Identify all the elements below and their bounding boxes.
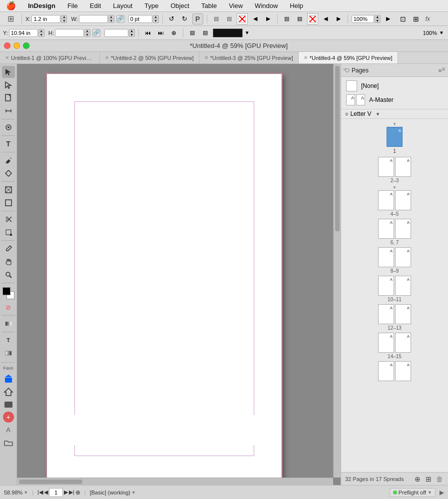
minimize-button[interactable] [13,42,20,49]
angle-input[interactable] [128,15,152,23]
tab-untitled2[interactable]: ✕ *Untitled-2 @ 50% [GPU Preview] [100,52,199,63]
page-12-thumb[interactable]: A [378,304,394,324]
style-dropdown[interactable]: [Basic] (working) ▼ [90,490,136,496]
fav-dropbox[interactable] [2,373,15,385]
stroke-swatch-dropdown[interactable]: ▼ [244,27,251,38]
menu-help[interactable]: Help [288,1,305,10]
zoom-display-dropdown[interactable]: ▼ [438,27,445,38]
preflight-btn[interactable]: Preflight off ▼ [390,488,436,497]
spread-2-3[interactable]: A A 2–3 [341,157,448,183]
gradient-feather-tool[interactable] [2,318,15,330]
zoom-tool[interactable] [2,269,15,281]
page-5-thumb[interactable]: A [395,190,411,210]
scissors-tool[interactable] [2,213,15,225]
redo-btn[interactable]: ↻ [179,13,190,24]
page-1-thumb[interactable]: A [387,127,403,147]
page-14-thumb[interactable]: A [378,333,394,353]
close-tab-4[interactable]: ✕ [304,55,308,60]
content-tool[interactable] [2,121,15,133]
eyedropper-tool[interactable] [2,243,15,255]
footer-spread-icon[interactable]: ⊞ [424,475,433,484]
page-prev-btn[interactable]: ◀ [44,489,48,496]
page-2-thumb[interactable]: A [378,157,394,177]
menu-view[interactable]: View [227,1,245,10]
canvas-area[interactable] [17,64,341,485]
shear-spin-up[interactable]: ▲ [129,29,135,33]
page-set-dropdown[interactable]: ≡ Letter V ▼ [341,109,448,119]
none-master-box[interactable] [346,80,357,91]
angle-spin-down[interactable]: ▼ [153,19,159,23]
nav-left-btn[interactable]: ◀ [250,13,261,24]
spread-6-7[interactable]: A A 6, 7 [341,219,448,245]
tab-untitled1[interactable]: ✕ Untitled-1 @ 100% [GPU Preview] [0,52,100,63]
menu-window[interactable]: Window [253,1,280,10]
h-input[interactable] [55,29,84,37]
menu-table[interactable]: Table [199,1,219,10]
text-tool[interactable]: T [2,138,15,150]
pencil-tool[interactable] [2,154,15,166]
select-tool[interactable] [2,66,15,78]
stroke-swatch-tool[interactable] [2,287,10,295]
shear-input[interactable] [104,29,128,37]
close-tab-1[interactable]: ✕ [5,55,9,60]
page-4-thumb[interactable]: A [378,190,394,210]
x-spin-down[interactable]: ▼ [61,19,67,23]
h-spin-down[interactable]: ▼ [84,33,90,37]
gradient-swatch-tool[interactable] [2,347,15,359]
page-11-thumb[interactable]: A [395,276,411,296]
zoom-dropdown-btn[interactable]: ▶ [383,13,394,24]
menu-file[interactable]: File [65,1,80,10]
page-3-thumb[interactable]: A [395,157,411,177]
page-13-thumb[interactable]: A [395,304,411,324]
spread-8-9[interactable]: A A 8–9 [341,247,448,274]
fx-btn[interactable]: fx [424,15,432,22]
tab-untitled4[interactable]: ✕ *Untitled-4 @ 59% [GPU Preview] [299,52,398,63]
shear-spin-down[interactable]: ▼ [129,33,135,37]
h-constrain-btn[interactable]: 🔗 [92,29,100,37]
page-7-thumb[interactable]: A [395,219,411,239]
panel-collapse-btn[interactable]: « [343,66,346,72]
media-last-btn[interactable]: ⏭ [155,27,166,38]
stroke2-icon-1[interactable]: ▤ [187,27,198,38]
h-spin-up[interactable]: ▲ [84,29,90,33]
arrange-icon[interactable]: ⊞ [411,13,422,24]
media-first-btn[interactable]: ⏮ [142,27,153,38]
zoom-spin-up[interactable]: ▲ [375,15,381,19]
canvas-vscroll-thumb[interactable] [335,66,340,231]
page-15-thumb[interactable]: A [395,333,411,353]
fill-color-btn[interactable] [307,13,318,24]
canvas-hscrollbar[interactable] [17,478,333,485]
footer-pages-icon[interactable]: ⊕ [413,475,422,484]
paragraph-style-btn[interactable]: P [192,13,203,24]
pen-tool[interactable] [2,167,15,179]
gap-tool[interactable] [2,105,15,117]
page-nav-group[interactable]: |◀ ◀ ▶ ▶| ⊕ [37,488,80,497]
close-tab-3[interactable]: ✕ [204,55,208,60]
page-6-thumb[interactable]: A [378,219,394,239]
page-17-thumb[interactable]: A [395,361,411,381]
spread-1[interactable]: ▼ A 1 [341,122,448,154]
close-button[interactable] [4,42,10,49]
nav2-left-btn[interactable]: ◀ [320,13,331,24]
expand-icon[interactable]: ⊡ [398,13,409,24]
stroke-icon-1[interactable]: ▤ [211,13,222,24]
free-transform-tool[interactable] [2,226,15,238]
canvas-vscrollbar[interactable] [333,64,341,478]
spread-10-11[interactable]: A A 10–11 [341,276,448,302]
undo-btn[interactable]: ↺ [166,13,177,24]
text2-tool[interactable]: T [2,334,15,346]
y-input[interactable] [9,29,38,37]
direct-select-tool[interactable] [2,79,15,91]
x-spin-up[interactable]: ▲ [61,15,67,19]
panel-close-btn[interactable]: ✕ [441,66,446,73]
maximize-button[interactable] [23,42,29,49]
hand-tool[interactable] [2,256,15,268]
angle-spin-up[interactable]: ▲ [153,15,159,19]
w-spin-up[interactable]: ▲ [108,15,114,19]
fav-folder[interactable] [2,437,15,449]
a-master-left[interactable]: A [346,94,355,105]
menu-indesign[interactable]: InDesign [26,1,57,10]
pages-list[interactable]: ▼ A 1 A A 2–3 ▼ A A [341,119,448,472]
fav-home[interactable] [2,386,15,398]
status-arrow-right[interactable]: ▶ [440,489,444,496]
